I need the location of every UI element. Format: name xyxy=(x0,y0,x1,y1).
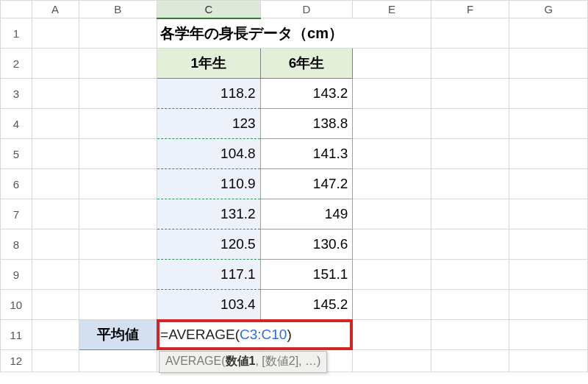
cell-F9[interactable] xyxy=(431,260,509,290)
row-header-11[interactable]: 11 xyxy=(1,320,32,350)
cell-C6[interactable]: 110.9 xyxy=(157,169,261,199)
cell-D9[interactable]: 151.1 xyxy=(260,260,353,290)
cell-A10[interactable] xyxy=(32,290,79,320)
row-header-5[interactable]: 5 xyxy=(1,139,32,169)
cell-F8[interactable] xyxy=(431,230,509,260)
cell-A4[interactable] xyxy=(32,109,79,139)
cell-B12[interactable] xyxy=(79,350,157,372)
cell-B1[interactable] xyxy=(79,18,157,49)
formula-cell[interactable]: =AVERAGE(C3:C10) xyxy=(157,320,353,350)
cell-F1[interactable] xyxy=(431,18,509,49)
cell-B2[interactable] xyxy=(79,49,157,79)
cell-C9[interactable]: 117.1 xyxy=(157,260,261,290)
cell-E2[interactable] xyxy=(353,49,431,79)
row-header-6[interactable]: 6 xyxy=(1,169,32,199)
col-header-A[interactable]: A xyxy=(32,1,79,18)
cell-G6[interactable] xyxy=(509,169,588,199)
cell-D4[interactable]: 138.8 xyxy=(260,109,353,139)
cell-A1[interactable] xyxy=(32,18,79,49)
col-header-C[interactable]: C xyxy=(157,1,261,18)
cell-B3[interactable] xyxy=(79,79,157,109)
cell-B8[interactable] xyxy=(79,230,157,260)
row-header-9[interactable]: 9 xyxy=(1,260,32,290)
cell-F3[interactable] xyxy=(431,79,509,109)
row-header-1[interactable]: 1 xyxy=(1,18,32,49)
cell-G7[interactable] xyxy=(509,199,588,230)
cell-G9[interactable] xyxy=(509,260,588,290)
cell-E7[interactable] xyxy=(353,199,431,230)
cell-E6[interactable] xyxy=(353,169,431,199)
cell-C4[interactable]: 123 xyxy=(157,109,261,139)
cell-A7[interactable] xyxy=(32,199,79,230)
cell-F10[interactable] xyxy=(431,290,509,320)
cell-E4[interactable] xyxy=(353,109,431,139)
cell-F11[interactable] xyxy=(431,320,509,350)
cell-A5[interactable] xyxy=(32,139,79,169)
corner-cell[interactable] xyxy=(1,1,32,18)
cell-G8[interactable] xyxy=(509,230,588,260)
row-header-4[interactable]: 4 xyxy=(1,109,32,139)
col-header-E[interactable]: E xyxy=(353,1,431,18)
cell-B7[interactable] xyxy=(79,199,157,230)
cell-F5[interactable] xyxy=(431,139,509,169)
grade-header-c[interactable]: 1年生 xyxy=(157,49,261,79)
cell-D3[interactable]: 143.2 xyxy=(260,79,353,109)
avg-label-cell[interactable]: 平均値 xyxy=(79,320,157,350)
cell-G3[interactable] xyxy=(509,79,588,109)
col-header-B[interactable]: B xyxy=(79,1,157,18)
cell-C8[interactable]: 120.5 xyxy=(157,230,261,260)
cell-E3[interactable] xyxy=(353,79,431,109)
cell-E8[interactable] xyxy=(353,230,431,260)
cell-A11[interactable] xyxy=(32,320,79,350)
cell-D6[interactable]: 147.2 xyxy=(260,169,353,199)
cell-F6[interactable] xyxy=(431,169,509,199)
col-header-D[interactable]: D xyxy=(260,1,353,18)
row-header-12[interactable]: 12 xyxy=(1,350,32,372)
row-header-3[interactable]: 3 xyxy=(1,79,32,109)
grid[interactable]: A B C D E F G 1 各学年の身長データ（cm） 2 1年生 6年生 … xyxy=(0,0,588,372)
cell-C10[interactable]: 103.4 xyxy=(157,290,261,320)
cell-F7[interactable] xyxy=(431,199,509,230)
cell-B10[interactable] xyxy=(79,290,157,320)
cell-F12[interactable] xyxy=(431,350,509,372)
title-cell[interactable]: 各学年の身長データ（cm） xyxy=(157,18,431,49)
cell-E10[interactable] xyxy=(353,290,431,320)
cell-C5[interactable]: 104.8 xyxy=(157,139,261,169)
cell-A8[interactable] xyxy=(32,230,79,260)
cell-B9[interactable] xyxy=(79,260,157,290)
col-header-G[interactable]: G xyxy=(509,1,588,18)
cell-E12[interactable] xyxy=(353,350,431,372)
cell-D8[interactable]: 130.6 xyxy=(260,230,353,260)
cell-A9[interactable] xyxy=(32,260,79,290)
cell-D5[interactable]: 141.3 xyxy=(260,139,353,169)
cell-G12[interactable] xyxy=(509,350,588,372)
cell-B4[interactable] xyxy=(79,109,157,139)
cell-B5[interactable] xyxy=(79,139,157,169)
cell-G11[interactable] xyxy=(509,320,588,350)
cell-G4[interactable] xyxy=(509,109,588,139)
cell-E9[interactable] xyxy=(353,260,431,290)
cell-E11[interactable] xyxy=(353,320,431,350)
row-header-10[interactable]: 10 xyxy=(1,290,32,320)
cell-F2[interactable] xyxy=(431,49,509,79)
cell-D7[interactable]: 149 xyxy=(260,199,353,230)
cell-B6[interactable] xyxy=(79,169,157,199)
cell-E5[interactable] xyxy=(353,139,431,169)
cell-G10[interactable] xyxy=(509,290,588,320)
cell-F4[interactable] xyxy=(431,109,509,139)
grade-header-d[interactable]: 6年生 xyxy=(260,49,353,79)
cell-G2[interactable] xyxy=(509,49,588,79)
cell-A3[interactable] xyxy=(32,79,79,109)
cell-G5[interactable] xyxy=(509,139,588,169)
row-header-2[interactable]: 2 xyxy=(1,49,32,79)
row-header-8[interactable]: 8 xyxy=(1,230,32,260)
cell-D10[interactable]: 145.2 xyxy=(260,290,353,320)
col-header-F[interactable]: F xyxy=(431,1,509,18)
cell-C3[interactable]: 118.2 xyxy=(157,79,261,109)
cell-G1[interactable] xyxy=(509,18,588,49)
cell-A2[interactable] xyxy=(32,49,79,79)
cell-A12[interactable] xyxy=(32,350,79,372)
row-header-7[interactable]: 7 xyxy=(1,199,32,230)
cell-A6[interactable] xyxy=(32,169,79,199)
cell-C7[interactable]: 131.2 xyxy=(157,199,261,230)
